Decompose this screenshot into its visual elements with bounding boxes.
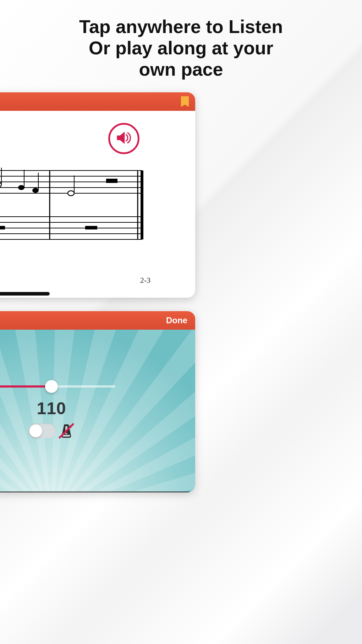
svg-point-26 [18,185,24,190]
metronome-off-icon [58,423,75,439]
svg-point-30 [68,191,74,196]
headline-line-2: Or play along at your [0,38,362,59]
page-number-label: 2-3 [140,276,150,285]
progress-bar[interactable] [0,492,195,492]
tempo-slider[interactable] [0,379,115,394]
svg-point-28 [33,188,38,193]
svg-rect-38 [63,435,70,437]
done-button[interactable]: Done [166,315,187,325]
play-audio-button[interactable] [108,123,139,154]
tempo-value-label: 110 [37,399,66,418]
slider-fill [0,385,51,388]
tempo-panel-header: t Level Done [0,311,195,330]
bookmark-icon[interactable] [181,96,189,107]
svg-rect-35 [85,226,97,229]
speaker-icon [115,129,133,148]
headline: Tap anywhere to Listen Or play along at … [0,0,362,83]
tempo-panel-body: 110 [0,330,195,492]
metronome-toggle[interactable] [28,423,56,438]
svg-rect-34 [0,226,5,229]
progress-bar[interactable] [0,292,50,296]
flashcard-header: ard 3 of 40 [0,92,195,111]
headline-line-1: Tap anywhere to Listen [0,16,362,38]
tempo-panel: t Level Done 110 [0,311,195,492]
svg-rect-32 [106,179,117,183]
headline-line-3: own pace [0,59,362,80]
music-staff[interactable] [0,163,148,256]
flashcard-panel[interactable]: ard 3 of 40 [0,92,195,298]
metronome-toggle-row [28,423,75,439]
slider-thumb[interactable] [45,380,58,393]
toggle-knob [29,424,42,437]
